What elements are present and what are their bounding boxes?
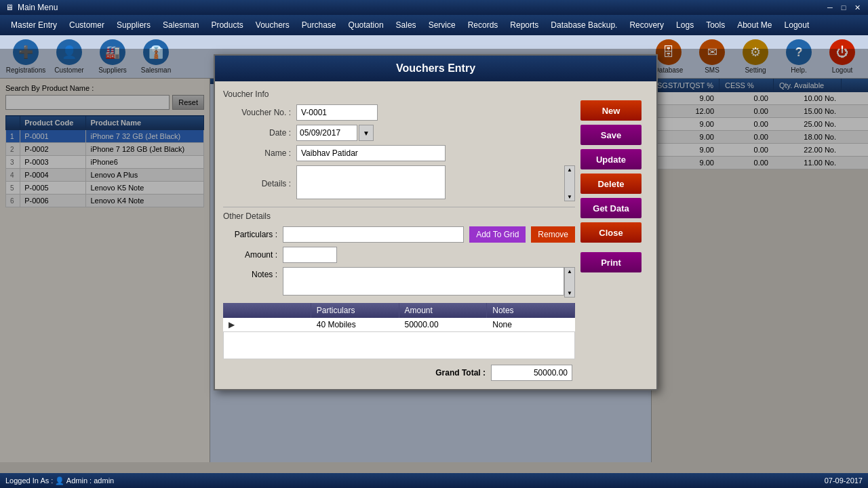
logged-in-label: Logged In As : [5, 476, 53, 485]
menu-purchase[interactable]: Purchase [296, 18, 342, 33]
notes-label: Notes : [223, 270, 277, 279]
menu-salesman[interactable]: Salesman [157, 18, 204, 33]
get-data-button[interactable]: Get Data [580, 198, 642, 218]
vouchers-modal: Vouchers Entry Voucher Info Voucher No. … [214, 54, 658, 390]
notes-textarea[interactable] [283, 267, 564, 296]
close-button[interactable]: Close [580, 222, 642, 243]
menu-master-entry[interactable]: Master Entry [5, 18, 62, 33]
save-button[interactable]: Save [580, 125, 642, 145]
remove-button[interactable]: Remove [531, 226, 575, 243]
grand-total-row: Grand Total : [223, 365, 575, 381]
grand-total-input[interactable] [491, 365, 572, 381]
menu-suppliers[interactable]: Suppliers [111, 18, 156, 33]
delete-button[interactable]: Delete [580, 174, 642, 194]
modal-buttons: New Save Update Delete Get Data Close Pr… [580, 89, 648, 381]
maximize-button[interactable]: □ [838, 2, 849, 13]
menu-logs[interactable]: Logs [671, 18, 699, 33]
status-left: Logged In As : 👤 Admin : admin [5, 476, 114, 485]
voucher-info-section: Voucher Info [223, 89, 575, 99]
details-textarea[interactable] [296, 165, 446, 199]
menu-about-me[interactable]: About Me [732, 18, 777, 33]
menu-records[interactable]: Records [462, 18, 504, 33]
app-title: Main Menu [18, 3, 58, 12]
update-button[interactable]: Update [580, 149, 642, 169]
amount-label: Amount : [223, 250, 277, 260]
modal-form-left: Voucher Info Voucher No. : Date : ▼ Name… [223, 89, 575, 381]
new-button[interactable]: New [580, 100, 642, 121]
grid-cell-amount: 50000.00 [399, 318, 488, 331]
close-button[interactable]: ✕ [852, 2, 863, 13]
table-row: ▶ 40 Mobiles 50000.00 None [223, 318, 575, 332]
date-input[interactable] [296, 125, 357, 141]
grid-area: Particulars Amount Notes ▶ 40 Mobiles 50… [223, 303, 575, 359]
menu-tools[interactable]: Tools [701, 18, 730, 33]
status-bar: Logged In As : 👤 Admin : admin 07-09-201… [0, 473, 868, 488]
title-bar: 🖥 Main Menu ─ □ ✕ [0, 0, 868, 15]
grid-col-particulars: Particulars [311, 303, 399, 318]
menu-sales[interactable]: Sales [391, 18, 422, 33]
app-icon: 🖥 [5, 3, 14, 12]
amount-input[interactable] [283, 247, 337, 263]
modal-title: Vouchers Entry [215, 56, 656, 81]
name-input[interactable] [296, 145, 446, 161]
status-date: 07-09-2017 [825, 476, 863, 485]
add-to-grid-button[interactable]: Add To Grid [469, 226, 526, 243]
row-arrow-icon: ▶ [223, 318, 311, 331]
name-label: Name : [223, 148, 291, 158]
particulars-input[interactable] [283, 226, 464, 243]
menu-bar: Master Entry Customer Suppliers Salesman… [0, 15, 868, 35]
menu-customer[interactable]: Customer [64, 18, 110, 33]
grid-header: Particulars Amount Notes [223, 303, 575, 318]
particulars-label: Particulars : [223, 230, 277, 239]
grid-cell-notes: None [487, 318, 575, 331]
minimize-button[interactable]: ─ [825, 2, 835, 13]
other-details-section: Other Details [223, 211, 575, 221]
user-icon: 👤 [55, 476, 66, 485]
status-username: admin [94, 476, 114, 485]
voucher-no-label: Voucher No. : [223, 108, 291, 117]
menu-logout[interactable]: Logout [779, 18, 815, 33]
grid-col-arrow [223, 303, 311, 318]
grid-cell-particulars: 40 Mobiles [311, 318, 399, 331]
grid-col-notes: Notes [487, 303, 575, 318]
menu-quotation[interactable]: Quotation [343, 18, 389, 33]
menu-service[interactable]: Service [423, 18, 461, 33]
status-role: Admin [66, 476, 87, 485]
menu-products[interactable]: Products [205, 18, 248, 33]
date-picker-button[interactable]: ▼ [359, 125, 374, 141]
grand-total-label: Grand Total : [435, 368, 486, 378]
menu-reports[interactable]: Reports [505, 18, 544, 33]
grid-col-amount: Amount [399, 303, 488, 318]
voucher-no-input[interactable] [296, 104, 378, 121]
date-label: Date : [223, 128, 291, 138]
menu-recovery[interactable]: Recovery [624, 18, 669, 33]
grid-empty-space [223, 332, 575, 359]
menu-database-backup[interactable]: Database Backup. [545, 18, 623, 33]
menu-vouchers[interactable]: Vouchers [250, 18, 295, 33]
details-label: Details : [223, 179, 291, 188]
print-button[interactable]: Print [580, 252, 642, 272]
